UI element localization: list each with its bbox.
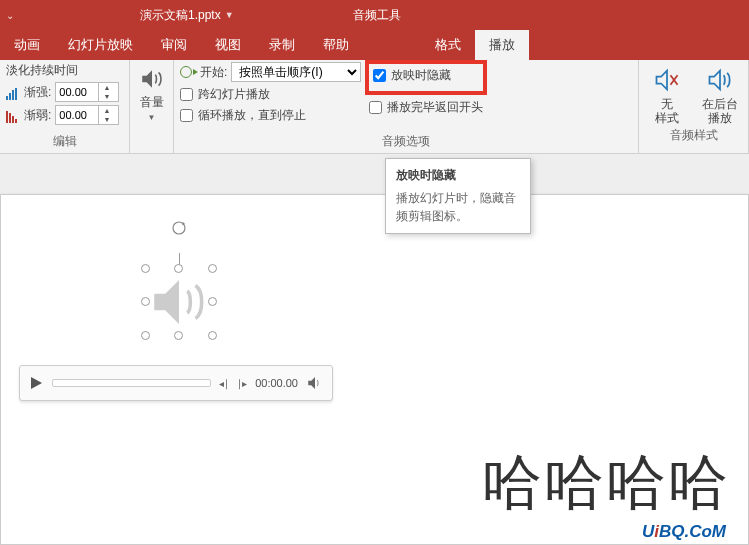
group-audio-options: 开始: 按照单击顺序(I) 跨幻灯片播放 循环播放，直到停止 放映时隐藏 播放完… bbox=[174, 60, 639, 153]
start-label: 开始: bbox=[200, 64, 227, 81]
tab-animation[interactable]: 动画 bbox=[0, 30, 54, 60]
spinner-up-icon[interactable]: ▲ bbox=[99, 83, 114, 92]
selection-box bbox=[146, 269, 212, 335]
handle-bl[interactable] bbox=[141, 331, 150, 340]
skip-forward-button[interactable]: ∣▸ bbox=[237, 378, 247, 389]
checkbox-hide-during-show[interactable] bbox=[373, 69, 386, 82]
checkbox-across-slides[interactable] bbox=[180, 88, 193, 101]
label-hide-during-show: 放映时隐藏 bbox=[391, 67, 451, 84]
fade-out-icon bbox=[6, 109, 20, 121]
tab-review[interactable]: 审阅 bbox=[147, 30, 201, 60]
tab-slideshow[interactable]: 幻灯片放映 bbox=[54, 30, 147, 60]
handle-tm[interactable] bbox=[174, 264, 183, 273]
player-volume-button[interactable] bbox=[306, 374, 324, 392]
audio-object[interactable] bbox=[146, 253, 212, 335]
group-label-audio-style: 音频样式 bbox=[645, 126, 742, 145]
play-button[interactable] bbox=[28, 375, 44, 391]
audio-player: ◂∣ ∣▸ 00:00.00 bbox=[19, 365, 333, 401]
tab-playback[interactable]: 播放 bbox=[475, 30, 529, 60]
background-play-icon bbox=[706, 66, 734, 94]
fade-in-label: 渐强: bbox=[24, 84, 51, 101]
fade-title: 淡化持续时间 bbox=[6, 62, 123, 79]
fade-in-input[interactable] bbox=[56, 86, 98, 98]
handle-ml[interactable] bbox=[141, 297, 150, 306]
volume-button[interactable]: 音量 ▼ bbox=[139, 62, 165, 122]
group-label-audio-options: 音频选项 bbox=[180, 132, 632, 151]
spinner-down-icon[interactable]: ▼ bbox=[99, 115, 114, 124]
label-across-slides: 跨幻灯片播放 bbox=[198, 86, 270, 103]
title-caret-icon[interactable]: ▼ bbox=[225, 10, 234, 20]
fade-out-spinner[interactable]: ▲▼ bbox=[55, 105, 119, 125]
checkbox-loop[interactable] bbox=[180, 109, 193, 122]
ribbon-tabs: 动画 幻灯片放映 审阅 视图 录制 帮助 格式 播放 bbox=[0, 30, 749, 60]
start-icon bbox=[180, 64, 196, 80]
document-title: 演示文稿1.pptx ▼ bbox=[140, 7, 234, 24]
tab-record[interactable]: 录制 bbox=[255, 30, 309, 60]
time-display: 00:00.00 bbox=[255, 377, 298, 389]
no-style-button[interactable]: 无样式 bbox=[645, 66, 689, 126]
background-play-label: 在后台播放 bbox=[702, 97, 738, 126]
rotate-handle[interactable] bbox=[170, 219, 188, 241]
qat-customize-icon[interactable]: ⌄ bbox=[0, 10, 20, 21]
background-play-button[interactable]: 在后台播放 bbox=[699, 66, 743, 126]
handle-tl[interactable] bbox=[141, 264, 150, 273]
label-rewind: 播放完毕返回开头 bbox=[387, 99, 483, 116]
fade-in-icon bbox=[6, 86, 20, 98]
speaker-icon bbox=[146, 269, 212, 335]
tooltip-title: 放映时隐藏 bbox=[396, 167, 520, 184]
tooltip-hide-during-show: 放映时隐藏 播放幻灯片时，隐藏音频剪辑图标。 bbox=[385, 158, 531, 234]
start-select[interactable]: 按照单击顺序(I) bbox=[231, 62, 361, 82]
group-label-edit: 编辑 bbox=[6, 132, 123, 151]
label-loop: 循环播放，直到停止 bbox=[198, 107, 306, 124]
volume-icon bbox=[139, 66, 165, 92]
group-edit: 淡化持续时间 渐强: ▲▼ 渐弱: ▲▼ 编辑 bbox=[0, 60, 130, 153]
no-style-icon bbox=[653, 66, 681, 94]
skip-back-button[interactable]: ◂∣ bbox=[219, 378, 229, 389]
document-title-text: 演示文稿1.pptx bbox=[140, 7, 221, 24]
spinner-up-icon[interactable]: ▲ bbox=[99, 106, 114, 115]
fade-in-spinner[interactable]: ▲▼ bbox=[55, 82, 119, 102]
contextual-tab-audio-tools: 音频工具 bbox=[335, 0, 419, 30]
handle-br[interactable] bbox=[208, 331, 217, 340]
watermark: UiBQ.CoM bbox=[642, 522, 726, 542]
group-audio-style: 无样式 在后台播放 音频样式 bbox=[639, 60, 749, 153]
handle-mr[interactable] bbox=[208, 297, 217, 306]
handle-tr[interactable] bbox=[208, 264, 217, 273]
ribbon: 淡化持续时间 渐强: ▲▼ 渐弱: ▲▼ 编辑 bbox=[0, 60, 749, 154]
spinner-down-icon[interactable]: ▼ bbox=[99, 92, 114, 101]
progress-bar[interactable] bbox=[52, 379, 211, 387]
slide[interactable]: ◂∣ ∣▸ 00:00.00 哈哈哈哈 UiBQ.CoM bbox=[0, 194, 749, 545]
group-volume: 音量 ▼ bbox=[130, 60, 174, 153]
fade-out-label: 渐弱: bbox=[24, 107, 51, 124]
no-style-label: 无样式 bbox=[655, 97, 679, 126]
tab-help[interactable]: 帮助 bbox=[309, 30, 363, 60]
volume-label: 音量 bbox=[140, 94, 164, 111]
tab-view[interactable]: 视图 bbox=[201, 30, 255, 60]
fade-out-input[interactable] bbox=[56, 109, 98, 121]
highlight-hide-during-show: 放映时隐藏 bbox=[365, 60, 487, 95]
tooltip-body: 播放幻灯片时，隐藏音频剪辑图标。 bbox=[396, 189, 520, 225]
slide-text[interactable]: 哈哈哈哈 bbox=[482, 443, 730, 524]
checkbox-rewind[interactable] bbox=[369, 101, 382, 114]
chevron-down-icon: ▼ bbox=[148, 113, 156, 122]
handle-bm[interactable] bbox=[174, 331, 183, 340]
tab-format[interactable]: 格式 bbox=[421, 30, 475, 60]
slide-canvas: ◂∣ ∣▸ 00:00.00 哈哈哈哈 UiBQ.CoM bbox=[0, 154, 749, 545]
